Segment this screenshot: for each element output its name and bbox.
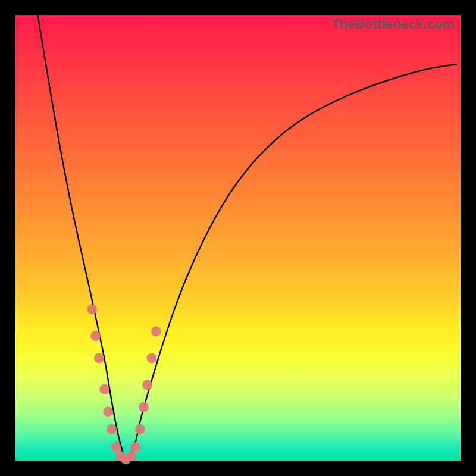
curve-marker (94, 353, 104, 364)
curve-marker (90, 331, 101, 341)
curve-marker (146, 353, 156, 364)
curve-marker (99, 384, 109, 394)
bottleneck-curve (37, 15, 456, 459)
curve-marker (139, 402, 149, 412)
curve-marker (135, 424, 145, 434)
plot-area: TheBottleneck.com (15, 15, 461, 461)
curve-marker (126, 451, 136, 461)
curve-marker (107, 424, 117, 434)
curve-marker (87, 304, 97, 314)
curve-marker (151, 327, 161, 337)
curve-layer (15, 15, 461, 461)
chart-frame: TheBottleneck.com (0, 0, 476, 476)
curve-marker (142, 380, 152, 390)
curve-marker (111, 442, 121, 452)
curve-marker (131, 442, 141, 452)
curve-marker (103, 406, 113, 416)
